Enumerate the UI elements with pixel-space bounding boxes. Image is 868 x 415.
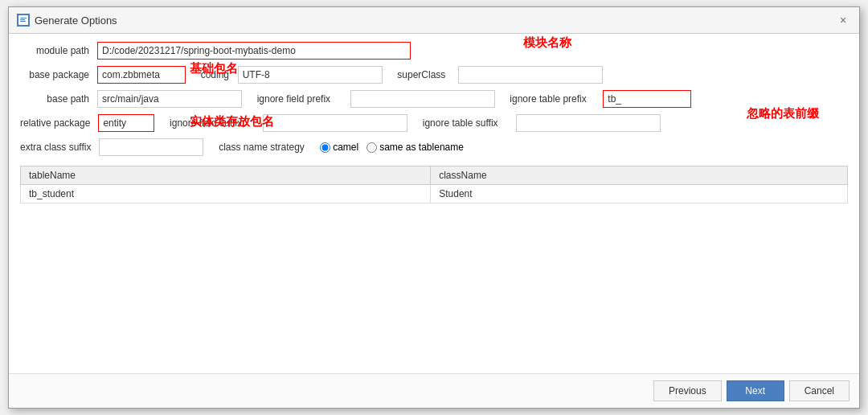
ignore-field-prefix-label: ignore field prefix — [257, 93, 346, 105]
svg-rect-3 — [20, 21, 26, 22]
superclass-label: superClass — [397, 69, 453, 80]
ignore-table-prefix-input[interactable] — [603, 90, 691, 108]
base-path-row: base path ignore field prefix ignore tab… — [20, 90, 848, 108]
mapping-table: tableName className tb_studentStudent — [20, 166, 848, 203]
extra-class-suffix-input[interactable] — [99, 138, 203, 156]
module-path-label: module path — [20, 45, 92, 56]
encoding-input[interactable] — [238, 66, 383, 84]
title-bar: Generate Options × — [9, 7, 859, 34]
ignore-table-suffix-input[interactable] — [516, 114, 661, 132]
extra-class-suffix-label: extra class suffix — [20, 142, 94, 153]
relative-package-row: relative package ignore field suffix ign… — [20, 114, 848, 132]
module-path-input[interactable] — [97, 42, 411, 60]
ignore-table-prefix-label: ignore table prefix — [510, 93, 598, 105]
table-section: tableName className tb_studentStudent — [20, 166, 848, 365]
base-package-row: base package coding superClass — [20, 66, 848, 84]
radio-same-item[interactable]: same as tablename — [366, 142, 464, 153]
base-path-input[interactable] — [97, 90, 242, 108]
radio-camel-label: camel — [333, 142, 358, 153]
radio-camel-item[interactable]: camel — [320, 142, 358, 153]
svg-rect-2 — [20, 19, 25, 20]
ignore-table-suffix-label: ignore table suffix — [423, 117, 511, 129]
base-package-input[interactable] — [97, 66, 186, 84]
title-bar-left: Generate Options — [17, 14, 117, 27]
ignore-field-prefix-input[interactable] — [350, 90, 495, 108]
extra-class-suffix-row: extra class suffix class name strategy c… — [20, 138, 848, 156]
dialog-body: 模块名称 基础包名 实体类存放包名 忽略的表前缀 module path bas… — [9, 34, 859, 373]
previous-button[interactable]: Previous — [653, 380, 722, 401]
class-name-cell: Student — [431, 185, 848, 203]
superclass-input[interactable] — [458, 66, 603, 84]
encoding-label: coding — [201, 69, 233, 80]
class-name-strategy-group: camel same as tablename — [320, 142, 464, 153]
ignore-field-suffix-label: ignore field suffix — [170, 117, 258, 129]
table-row: tb_studentStudent — [21, 185, 848, 203]
radio-camel[interactable] — [320, 142, 330, 153]
dialog-title: Generate Options — [35, 14, 117, 27]
generate-options-dialog: Generate Options × 模块名称 基础包名 实体类存放包名 忽略的… — [8, 6, 860, 409]
table-name-cell: tb_student — [21, 185, 431, 203]
ignore-field-suffix-input[interactable] — [263, 114, 407, 132]
base-package-label: base package — [20, 69, 92, 80]
module-path-row: module path — [20, 42, 848, 60]
dialog-footer: Previous Next Cancel — [9, 373, 859, 408]
svg-rect-1 — [20, 18, 27, 18]
radio-same[interactable] — [366, 142, 377, 153]
relative-package-input[interactable] — [98, 114, 154, 132]
close-button[interactable]: × — [835, 12, 851, 28]
radio-same-label: same as tablename — [379, 142, 464, 153]
col-class-name-header: className — [431, 166, 848, 185]
next-button[interactable]: Next — [727, 380, 784, 401]
cancel-button[interactable]: Cancel — [789, 380, 850, 401]
class-name-strategy-label: class name strategy — [219, 142, 315, 153]
base-path-label: base path — [20, 93, 92, 105]
dialog-icon — [17, 14, 30, 27]
relative-package-label: relative package — [20, 117, 93, 129]
col-table-name-header: tableName — [21, 166, 431, 185]
